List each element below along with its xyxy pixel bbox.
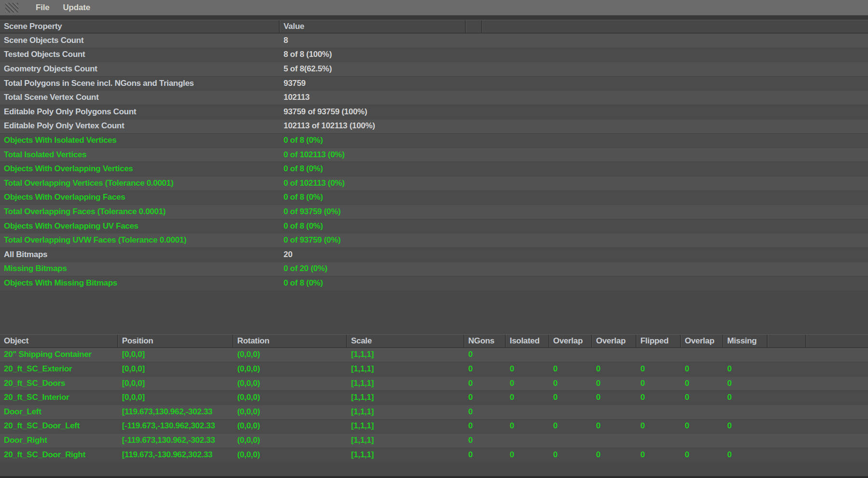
- object-table-row[interactable]: 20_ft_SC_Door_Left[-119.673,-130.962,302…: [0, 419, 868, 434]
- scene-table-row[interactable]: Objects With Overlapping Vertices0 of 8 …: [0, 162, 868, 176]
- scene-value-cell: 0 of 102113 (0%): [280, 150, 466, 160]
- rotation-cell: (0,0,0): [233, 407, 347, 417]
- scene-property-cell: Tested Objects Count: [0, 50, 280, 59]
- column-header-empty-3[interactable]: [768, 335, 806, 347]
- object-table-row[interactable]: 20_ft_SC_Interior[0,0,0](0,0,0)[1,1,1]00…: [0, 390, 868, 405]
- column-header-rotation-2[interactable]: Rotation: [233, 335, 347, 347]
- scene-property-cell: Objects With Missing Bitmaps: [0, 278, 280, 288]
- scene-value-cell: 0 of 93759 (0%): [280, 207, 466, 217]
- object-table-row[interactable]: 20" Shipping Container[0,0,0](0,0,0)[1,1…: [0, 348, 868, 362]
- scene-table-row[interactable]: Missing Bitmaps0 of 20 (0%): [0, 262, 868, 276]
- scene-table-header: Scene Property Value: [0, 20, 868, 33]
- scene-value-cell: 0 of 8 (0%): [280, 221, 466, 231]
- scene-value-cell: 8 of 8 (100%): [280, 50, 466, 59]
- scene-table-row[interactable]: Total Scene Vertex Count102113: [0, 90, 868, 105]
- flag-cell: 0: [681, 379, 723, 388]
- scene-table-row[interactable]: Geometry Objects Count5 of 8(62.5%): [0, 62, 868, 76]
- flag-cell: 0: [506, 450, 549, 460]
- scene-property-cell: Editable Poly Only Polygons Count: [0, 107, 280, 117]
- position-cell: [119.673,-130.962,302.33: [118, 450, 233, 460]
- column-header-object-0[interactable]: Object: [0, 335, 118, 347]
- column-header-scale-3[interactable]: Scale: [347, 335, 464, 347]
- scene-table-row[interactable]: Total Overlapping Faces (Tolerance 0.000…: [0, 205, 868, 219]
- column-header-flipped-8[interactable]: Flipped: [637, 335, 681, 347]
- column-header-empty-2[interactable]: [482, 20, 868, 33]
- flag-cell: 0: [723, 364, 768, 374]
- table-gap: [0, 290, 868, 334]
- scene-table-row[interactable]: Total Overlapping Vertices (Tolerance 0.…: [0, 176, 868, 191]
- flag-cell: 0: [637, 364, 681, 374]
- flag-cell: 0: [681, 393, 723, 402]
- flag-cell: 0: [549, 450, 592, 460]
- object-name-cell: 20_ft_SC_Door_Left: [0, 421, 118, 431]
- column-header-isolated-5[interactable]: Isolated: [506, 335, 549, 347]
- scene-value-cell: 5 of 8(62.5%): [280, 64, 466, 74]
- scene-table-row[interactable]: Tested Objects Count8 of 8 (100%): [0, 48, 868, 62]
- position-cell: [119.673,130.962,-302.33: [118, 407, 233, 417]
- column-header-overlap-6[interactable]: Overlap: [549, 335, 592, 347]
- flag-cell: 0: [464, 350, 506, 359]
- column-header-overlap-7[interactable]: Overlap: [592, 335, 637, 347]
- column-header-ngons-4[interactable]: NGons: [464, 335, 506, 347]
- scene-property-cell: Total Scene Vertex Count: [0, 93, 280, 102]
- scene-table-row[interactable]: Total Isolated Vertices0 of 102113 (0%): [0, 148, 868, 162]
- flag-cell: 0: [637, 379, 681, 388]
- position-cell: [0,0,0]: [118, 350, 233, 359]
- flag-cell: 0: [681, 421, 723, 431]
- column-header-position-1[interactable]: Position: [118, 335, 233, 347]
- scene-table-row[interactable]: Scene Objects Count8: [0, 33, 868, 48]
- menu-update[interactable]: Update: [56, 0, 97, 15]
- column-header-overlap-9[interactable]: Overlap: [681, 335, 723, 347]
- scene-table-row[interactable]: Editable Poly Only Polygons Count93759 o…: [0, 105, 868, 119]
- scene-property-cell: Total Isolated Vertices: [0, 150, 280, 160]
- scene-value-cell: 0 of 8 (0%): [280, 192, 466, 202]
- scale-cell: [1,1,1]: [347, 421, 464, 431]
- scene-value-cell: 0 of 8 (0%): [280, 278, 466, 288]
- object-name-cell: Door_Left: [0, 407, 118, 417]
- scene-property-cell: Objects With Overlapping UV Faces: [0, 221, 280, 231]
- scene-table-row[interactable]: Editable Poly Only Vertex Count102113 of…: [0, 119, 868, 134]
- flag-cell: 0: [464, 364, 506, 374]
- status-area: [0, 462, 868, 478]
- column-header-value[interactable]: Value: [280, 20, 466, 33]
- scene-property-cell: Geometry Objects Count: [0, 64, 280, 74]
- column-header-missing-10[interactable]: Missing: [723, 335, 768, 347]
- flag-cell: 0: [592, 421, 637, 431]
- flag-cell: 0: [592, 379, 637, 388]
- object-table-row[interactable]: 20_ft_SC_Exterior[0,0,0](0,0,0)[1,1,1]00…: [0, 362, 868, 376]
- scene-value-cell: 0 of 102113 (0%): [280, 178, 466, 188]
- scene-table-row[interactable]: Total Polygons in Scene incl. NGons and …: [0, 76, 868, 91]
- window-divider: [0, 15, 868, 20]
- object-table-header: ObjectPositionRotationScaleNGonsIsolated…: [0, 334, 868, 348]
- column-header-empty-4[interactable]: [806, 335, 868, 347]
- scene-table-row[interactable]: Objects With Overlapping Faces0 of 8 (0%…: [0, 191, 868, 205]
- object-name-cell: 20_ft_SC_Door_Right: [0, 450, 118, 460]
- column-header-scene-property[interactable]: Scene Property: [0, 20, 280, 33]
- scene-table-row[interactable]: Objects With Overlapping UV Faces0 of 8 …: [0, 219, 868, 233]
- scene-property-cell: Objects With Isolated Vertices: [0, 136, 280, 145]
- object-table-row[interactable]: 20_ft_SC_Doors[0,0,0](0,0,0)[1,1,1]00000…: [0, 376, 868, 391]
- position-cell: [0,0,0]: [118, 364, 233, 374]
- flag-cell: 0: [723, 421, 768, 431]
- scene-property-cell: Missing Bitmaps: [0, 264, 280, 273]
- object-table-row[interactable]: 20_ft_SC_Door_Right[119.673,-130.962,302…: [0, 448, 868, 462]
- scene-table-row[interactable]: Total Overlapping UVW Faces (Tolerance 0…: [0, 233, 868, 247]
- object-name-cell: 20_ft_SC_Interior: [0, 393, 118, 402]
- scene-table-row[interactable]: Objects With Isolated Vertices0 of 8 (0%…: [0, 133, 868, 148]
- scene-table-row[interactable]: Objects With Missing Bitmaps0 of 8 (0%): [0, 276, 868, 290]
- scene-property-cell: Total Polygons in Scene incl. NGons and …: [0, 79, 280, 88]
- flag-cell: 0: [506, 364, 549, 374]
- flag-cell: 0: [723, 393, 768, 402]
- grip-dots-icon[interactable]: [5, 3, 18, 13]
- menu-file[interactable]: File: [29, 0, 56, 15]
- column-header-empty-1[interactable]: [466, 20, 482, 33]
- object-table-row[interactable]: Door_Left[119.673,130.962,-302.33(0,0,0)…: [0, 405, 868, 419]
- scene-property-cell: Total Overlapping UVW Faces (Tolerance 0…: [0, 235, 280, 245]
- object-table-row[interactable]: Door_Right[-119.673,130.962,-302.33(0,0,…: [0, 433, 868, 448]
- rotation-cell: (0,0,0): [233, 436, 347, 445]
- flag-cell: 0: [464, 407, 506, 417]
- scene-table-row[interactable]: All Bitmaps20: [0, 247, 868, 262]
- rotation-cell: (0,0,0): [233, 379, 347, 388]
- scene-value-cell: 102113: [280, 93, 466, 102]
- position-cell: [-119.673,-130.962,302.33: [118, 421, 233, 431]
